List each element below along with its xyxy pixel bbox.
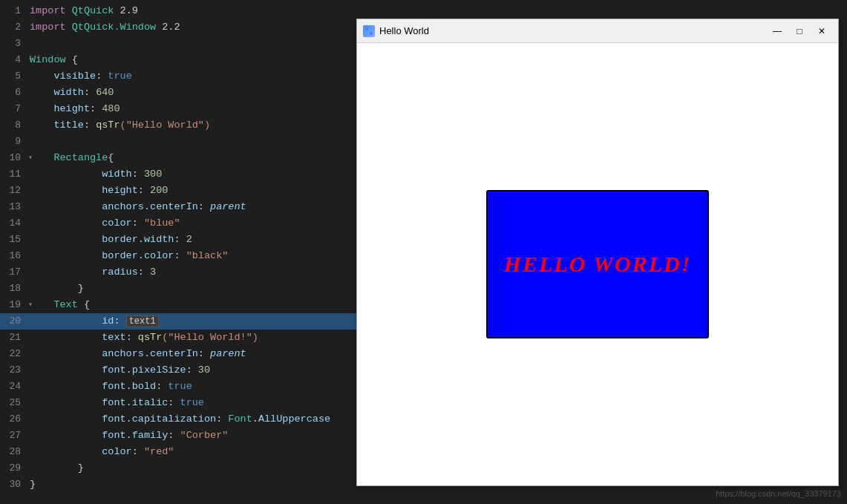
line-content: width: 300 [30,166,356,183]
line-content: anchors.centerIn: parent [30,199,356,215]
code-line: 26 font.capitalization: Font.AllUppercas… [0,411,356,428]
line-number: 16 [0,248,30,264]
code-line: 27 font.family: "Corber" [0,428,356,444]
svg-rect-0 [365,27,368,30]
svg-rect-1 [370,27,373,30]
line-number: 21 [0,330,30,346]
code-line: 11 width: 300 [0,166,356,183]
line-number: 13 [0,199,30,215]
line-number: 3 [0,36,30,52]
line-content: width: 640 [30,85,356,101]
line-number: 28 [0,444,30,460]
code-line: 5 visible: true [0,68,356,85]
line-content: } [30,460,356,477]
collapse-arrow-icon[interactable]: ▾ [28,150,33,166]
line-number: 1 [0,3,30,19]
line-content: } [30,477,356,493]
line-number: 19 [0,297,30,313]
line-content: font.family: "Corber" [30,428,356,444]
line-content: text: qsTr("Hello World!") [30,330,356,346]
line-content: radius: 3 [30,264,356,281]
code-line: 4▾Window { [0,52,356,68]
line-content: font.bold: true [30,379,356,395]
code-line: 14 color: "blue" [0,215,356,232]
code-line: 8 title: qsTr("Hello World") [0,117,356,134]
code-line: 23 font.pixelSize: 30 [0,362,356,379]
code-line: 16 border.color: "black" [0,248,356,264]
code-line: 30} [0,477,356,493]
preview-window: Hello World — □ ✕ HELLO WORLD! [356,19,839,486]
line-content: border.width: 2 [30,232,356,248]
line-content: color: "red" [30,444,356,460]
code-editor: 1import QtQuick 2.92import QtQuick.Windo… [0,0,356,504]
code-line: 7 height: 480 [0,101,356,117]
line-number: 12 [0,183,30,199]
line-content: color: "blue" [30,215,356,232]
window-title-left: Hello World [363,25,429,37]
code-line: 25 font.italic: true [0,395,356,411]
svg-rect-2 [365,32,368,35]
maximize-button[interactable]: □ [789,23,810,39]
line-content: } [30,281,356,297]
code-lines: 1import QtQuick 2.92import QtQuick.Windo… [0,0,356,496]
close-button[interactable]: ✕ [811,23,832,39]
line-content: import QtQuick 2.9 [30,3,356,19]
line-number: 15 [0,232,30,248]
line-number: 30 [0,477,30,493]
svg-rect-3 [370,32,373,35]
line-number: 8 [0,117,30,134]
line-number: 11 [0,166,30,183]
code-line: 6 width: 640 [0,85,356,101]
window-app-icon [363,25,375,37]
code-line: 21 text: qsTr("Hello World!") [0,330,356,346]
code-line: 2import QtQuick.Window 2.2 [0,19,356,36]
line-content: font.pixelSize: 30 [30,362,356,379]
code-line: 15 border.width: 2 [0,232,356,248]
window-title-text: Hello World [379,25,429,36]
line-number: 27 [0,428,30,444]
line-number: 20 [0,313,30,330]
line-content: font.capitalization: Font.AllUppercase [30,411,356,428]
line-number: 7 [0,101,30,117]
line-number: 18 [0,281,30,297]
line-number: 5 [0,68,30,85]
line-number: 25 [0,395,30,411]
code-line: 18 } [0,281,356,297]
window-titlebar: Hello World — □ ✕ [357,19,838,43]
line-number: 17 [0,264,30,281]
line-content: height: 200 [30,183,356,199]
code-line: 29 } [0,460,356,477]
rectangle-demo: HELLO WORLD! [486,190,709,338]
code-line: 1import QtQuick 2.9 [0,3,356,19]
code-line: 10▾ Rectangle{ [0,150,356,166]
line-number: 26 [0,411,30,428]
line-number: 22 [0,346,30,362]
line-content: id: text1 [30,313,356,330]
line-number: 29 [0,460,30,477]
line-content: anchors.centerIn: parent [30,346,356,362]
code-line: 28 color: "red" [0,444,356,460]
line-content: font.italic: true [30,395,356,411]
code-line: 9 [0,134,356,150]
minimize-button[interactable]: — [767,23,788,39]
collapse-arrow-icon[interactable]: ▾ [28,52,33,68]
line-number: 6 [0,85,30,101]
code-line: 12 height: 200 [0,183,356,199]
hello-world-text: HELLO WORLD! [504,252,692,277]
code-line: 19▾ Text { [0,297,356,313]
line-content: import QtQuick.Window 2.2 [30,19,356,36]
collapse-arrow-icon[interactable]: ▾ [28,297,33,313]
code-line: 22 anchors.centerIn: parent [0,346,356,362]
code-line: 17 radius: 3 [0,264,356,281]
line-number: 2 [0,19,30,36]
code-line: 3 [0,36,356,52]
line-content: Text { [30,297,356,313]
line-number: 14 [0,215,30,232]
line-content: title: qsTr("Hello World") [30,117,356,134]
id-badge: text1 [126,315,159,327]
window-controls: — □ ✕ [767,23,832,39]
line-number: 24 [0,379,30,395]
code-line: 20 id: text1 [0,313,356,330]
line-number: 9 [0,134,30,150]
line-content: Window { [30,52,356,68]
